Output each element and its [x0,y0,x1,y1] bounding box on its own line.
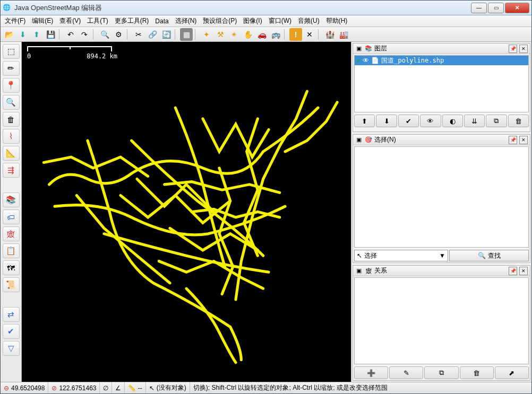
status-hint: 切换); Shift-Ctrl 以旋转选定的对象; Alt-Ctrl 以缩放; … [190,382,531,393]
eye-icon[interactable]: 👁 [363,57,369,64]
redo-icon[interactable]: ↷ [78,28,91,41]
pin-icon[interactable]: 📌 [509,267,517,275]
save-icon[interactable]: 💾 [44,28,57,41]
delete-relation-icon[interactable]: 🗑 [460,366,494,379]
extrude-tool-icon[interactable]: ⇶ [3,163,20,178]
collapse-icon[interactable]: ▣ [355,45,363,52]
panel-close-icon[interactable]: ✕ [519,136,528,144]
menu-help[interactable]: 帮助(H) [323,15,351,27]
move-up-icon[interactable]: ⬆ [354,115,375,127]
edit-relation-icon[interactable]: ✎ [389,366,423,379]
person-icon[interactable]: ✴ [228,28,241,41]
menu-audio[interactable]: 音频(U) [295,15,323,27]
hand-icon[interactable]: ✋ [242,28,254,41]
map-view[interactable]: 0 894.2 km [22,42,351,382]
activate-icon[interactable]: ✔ [398,115,419,127]
delete-icon[interactable]: ✕ [303,28,316,41]
validate-tool-icon[interactable]: ✔ [3,324,20,339]
close-button[interactable]: ✕ [505,3,529,13]
delete-tool-icon[interactable]: 🗑 [3,112,20,127]
combine-way-icon[interactable]: 🔗 [146,28,159,41]
warning-icon[interactable]: ! [289,28,302,41]
menu-image[interactable]: 图像(I) [240,15,265,27]
status-dist: 📏 -- [125,382,145,393]
selection-combo[interactable]: ↖ 选择 ▼ [354,250,448,261]
maximize-button[interactable]: ▭ [488,3,504,13]
menu-window[interactable]: 窗口(W) [265,15,295,27]
zoom-tool-icon[interactable]: 🔍 [3,95,20,110]
menubar: 文件(F) 编辑(E) 查看(V) 工具(T) 更多工具(R) Data 选择(… [1,15,531,27]
select-relation-icon[interactable]: ⬈ [495,366,529,379]
panel-close-icon[interactable]: ✕ [519,267,528,275]
conflict-tool-icon[interactable]: ⇄ [3,307,20,322]
tag-tool-icon[interactable]: 🏷 [3,209,20,224]
star-icon[interactable]: ✦ [200,28,213,41]
menu-file[interactable]: 文件(F) [2,15,29,27]
car-icon[interactable]: 🚗 [255,28,268,41]
dropdown-icon: ▼ [439,252,445,259]
history-tool-icon[interactable]: 📜 [3,277,20,292]
layer-list[interactable]: ✔ 👁 📄 国道_polyline.shp [354,55,529,112]
grid-icon[interactable]: ▦ [180,28,193,41]
layer-row[interactable]: ✔ 👁 📄 国道_polyline.shp [355,56,528,65]
pin-icon[interactable]: 📌 [509,45,517,53]
status-lat: ⊖ 49.6520498 [1,382,48,393]
relation-tool-icon[interactable]: 🕸 [3,226,20,241]
map-lines [22,42,351,382]
new-relation-icon[interactable]: ➕ [354,366,388,379]
relations-body [354,277,529,364]
menu-tools[interactable]: 工具(T) [84,15,111,27]
castle-icon[interactable]: 🏰 [323,28,336,41]
filter-tool-icon[interactable]: ▽ [3,341,20,356]
measure-tool-icon[interactable]: 📐 [3,146,20,161]
menu-select[interactable]: 选择(N) [172,15,200,27]
delete-layer-icon[interactable]: 🗑 [508,115,529,127]
cursor-icon: ↖ [357,252,362,259]
duplicate-relation-icon[interactable]: ⧉ [424,366,458,379]
layers-icon: 📚 [365,45,372,52]
draw-node-tool-icon[interactable]: 📍 [3,78,20,93]
menu-edit[interactable]: 编辑(E) [29,15,56,27]
visibility-icon[interactable]: 👁 [420,115,441,127]
menu-view[interactable]: 查看(V) [56,15,84,27]
wrench-icon[interactable]: ⚒ [214,28,227,41]
menu-presets[interactable]: 预设组合(P) [200,15,240,27]
reverse-icon[interactable]: 🔄 [160,28,173,41]
menu-more-tools[interactable]: 更多工具(R) [111,15,152,27]
status-object: ↖ (没有对象) [146,382,190,393]
find-label: 查找 [488,251,501,260]
search-icon: 🔍 [478,252,486,259]
selection-body [354,146,529,248]
search-icon[interactable]: 🔍 [98,28,111,41]
way-tool-icon[interactable]: ⌇ [3,129,20,144]
find-button[interactable]: 🔍 查找 [449,250,529,261]
layers-tool-icon[interactable]: 📚 [3,192,20,207]
collapse-icon[interactable]: ▣ [355,267,363,275]
duplicate-icon[interactable]: ⧉ [486,115,507,127]
pin-icon[interactable]: 📌 [509,136,517,144]
opacity-icon[interactable]: ◐ [442,115,463,127]
panel-close-icon[interactable]: ✕ [519,45,528,53]
merge-icon[interactable]: ⇊ [464,115,485,127]
open-icon[interactable]: 📂 [3,28,15,41]
download-icon[interactable]: ⬇ [16,28,29,41]
main-toolbar: 📂 ⬇ ⬆ 💾 ↶ ↷ 🔍 ⚙ ✂ 🔗 🔄 ▦ ✦ ⚒ ✴ ✋ 🚗 🚌 ! ✕ … [1,27,531,42]
undo-icon[interactable]: ↶ [64,28,77,41]
selection-list-icon[interactable]: 📋 [3,243,20,258]
lasso-tool-icon[interactable]: ✏ [3,61,20,76]
select-tool-icon[interactable]: ⬚ [3,44,20,59]
bus-icon[interactable]: 🚌 [269,28,282,41]
move-down-icon[interactable]: ⬇ [376,115,397,127]
map-style-icon[interactable]: 🗺 [3,260,20,275]
upload-icon[interactable]: ⬆ [30,28,43,41]
check-icon[interactable]: ✔ [357,57,361,64]
window-title: Java OpenStreetMap 编辑器 [14,3,470,13]
collapse-icon[interactable]: ▣ [355,136,363,144]
compass-icon: ∅ [103,384,108,392]
factory-icon[interactable]: 🏭 [337,28,350,41]
minimize-button[interactable]: — [471,3,487,13]
split-way-icon[interactable]: ✂ [132,28,145,41]
statusbar: ⊖ 49.6520498 ⊘ 122.6751463 ∅ ∠ 📏 -- ↖ (没… [1,382,531,393]
menu-data[interactable]: Data [152,16,171,26]
preferences-icon[interactable]: ⚙ [112,28,125,41]
